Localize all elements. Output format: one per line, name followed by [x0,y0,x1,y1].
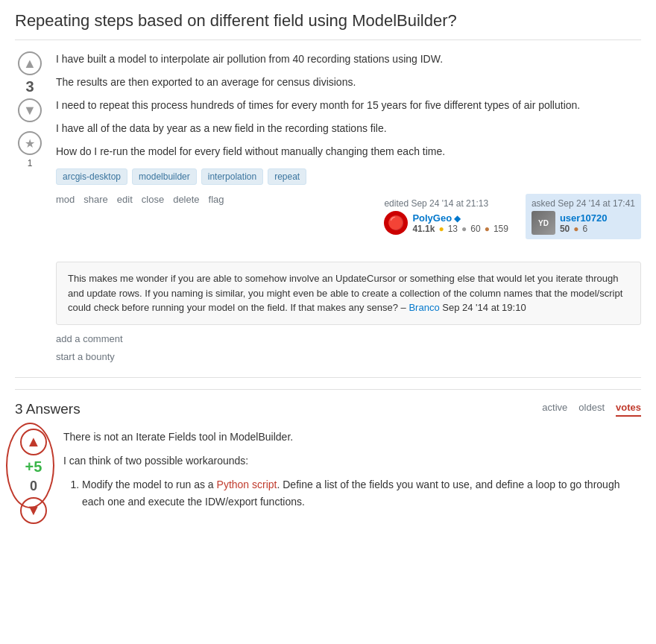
answer-zero-count: 0 [30,479,37,494]
answer-item: ▲ +5 0 ▼ There is not an Iterate Fields … [15,429,641,524]
editor-diamond: ◆ [454,213,461,224]
answer-workaround-1: Modify the model to run as a Python scri… [82,476,641,510]
asker-rep: 50 [560,224,570,234]
tag-repeat[interactable]: repeat [268,168,306,185]
answer-vote-wrapper: ▲ +5 0 ▼ [15,429,52,524]
vote-count: 3 [25,78,34,95]
post-signatures: edited Sep 24 '14 at 21:13 🔴 PolyGeo ◆ 4… [378,194,641,239]
editor-silver-count: 60 [470,224,480,234]
editor-stats: 41.1k ● 13 ● 60 ● 159 [412,224,508,234]
answer-para-1: There is not an Iterate Fields tool in M… [63,429,641,445]
answer-downvote-button[interactable]: ▼ [20,497,47,524]
post-actions: mod share edit close delete flag [56,194,224,205]
question-section: ▲ 3 ▼ ★ 1 I have built a model to interp… [15,51,641,250]
tag-arcgis-desktop[interactable]: arcgis-desktop [56,168,127,185]
edited-signature: edited Sep 24 '14 at 21:13 🔴 PolyGeo ◆ 4… [378,194,514,239]
editor-rep: 41.1k [412,224,435,234]
answers-count: 3 Answers [15,401,81,417]
upvote-icon: ▲ [23,56,37,72]
answer-vote-count: +5 [25,458,42,476]
comment-block: This makes me wonder if you are able to … [56,262,641,325]
question-para-3: I need to repeat this process hundreds o… [56,98,641,113]
question-para-4: I have all of the data by year as a new … [56,121,641,136]
star-icon: ★ [25,136,35,151]
sort-tab-active[interactable]: active [542,402,567,417]
answer-para-2: I can think of two possible workarounds: [63,452,641,469]
downvote-icon: ▼ [23,103,37,119]
answer-upvote-icon: ▲ [26,433,41,450]
comment-text: This makes me wonder if you are able to … [68,273,622,313]
bookmark-count: 1 [28,158,33,168]
delete-link[interactable]: delete [173,194,199,205]
answer-upvote-button[interactable]: ▲ [20,429,47,455]
comment-separator: – [401,302,409,313]
vote-column: ▲ 3 ▼ ★ 1 [15,51,45,250]
editor-gold-icon: ● [438,224,444,234]
question-body: I have built a model to interpolate air … [56,51,641,250]
answer-workarounds: Modify the model to run as a Python scri… [63,476,641,510]
edited-user: 🔴 PolyGeo ◆ 41.1k ● 13 ● [384,211,508,235]
editor-silver-icon: ● [461,224,467,234]
asked-user: YD user10720 50 ● 6 [532,211,635,235]
question-para-5: How do I re-run the model for every fiel… [56,144,641,160]
python-script-highlight: Python script [217,479,277,490]
bookmark-button[interactable]: ★ [18,131,42,155]
add-comment-link[interactable]: add a comment [56,333,123,344]
upvote-button[interactable]: ▲ [18,51,42,75]
asked-signature: asked Sep 24 '14 at 17:41 YD user10720 5… [526,194,641,239]
edited-label: edited Sep 24 '14 at 21:13 [384,198,508,209]
asked-label: asked Sep 24 '14 at 17:41 [532,198,635,209]
asker-bronze-icon: ● [573,224,578,234]
tag-modelbuilder[interactable]: modelbuilder [132,168,197,185]
editor-avatar: 🔴 [384,211,408,235]
editor-bronze-count: 159 [493,224,508,234]
downvote-button[interactable]: ▼ [18,98,42,122]
comment-date: Sep 24 '14 at 19:10 [442,302,526,313]
sort-tab-votes[interactable]: votes [616,402,641,417]
sort-tab-oldest[interactable]: oldest [578,402,605,417]
start-bounty-link[interactable]: start a bounty [56,351,115,362]
section-divider [15,377,641,378]
answer-vote-column: ▲ +5 0 ▼ [15,429,52,524]
editor-gold-count: 13 [448,224,458,234]
question-para-1: I have built a model to interpolate air … [56,51,641,67]
add-comment-section: add a comment [56,332,641,344]
close-link[interactable]: close [142,194,164,205]
asker-name: user10720 [560,212,608,224]
question-para-2: The results are then exported to an aver… [56,75,641,90]
share-link[interactable]: share [83,194,108,205]
answer-body: There is not an Iterate Fields tool in M… [63,429,641,524]
editor-bronze-icon: ● [485,224,490,234]
asker-avatar: YD [532,211,555,235]
flag-link[interactable]: flag [209,194,224,205]
mod-link[interactable]: mod [56,194,75,205]
tag-interpolation[interactable]: interpolation [201,168,263,185]
edit-link[interactable]: edit [117,194,133,205]
comment-author[interactable]: Branco [409,302,439,313]
asker-stats: 50 ● 6 [560,224,608,234]
sort-tabs: active oldest votes [542,402,641,417]
start-bounty-section: start a bounty [56,350,641,362]
answers-header: 3 Answers active oldest votes [15,389,641,417]
asker-bronze-count: 6 [583,224,588,234]
editor-name: PolyGeo [412,212,452,224]
answer-downvote-icon: ▼ [26,502,41,519]
tags-container: arcgis-desktop modelbuilder interpolatio… [56,168,641,185]
question-title: Repeating steps based on different field… [15,11,641,40]
